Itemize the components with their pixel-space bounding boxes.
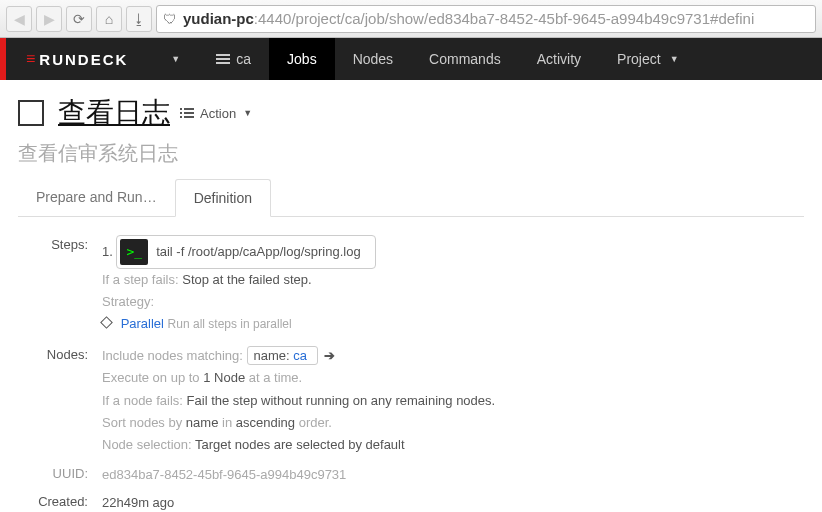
job-tabs: Prepare and Run… Definition bbox=[18, 179, 804, 217]
step-command: tail -f /root/app/caApp/log/spring.log bbox=[156, 241, 361, 263]
node-filter-chip[interactable]: name: ca bbox=[247, 346, 318, 365]
brand[interactable]: ≡ RUNDECK bbox=[0, 38, 150, 80]
tab-prepare-run[interactable]: Prepare and Run… bbox=[18, 179, 175, 216]
address-bar[interactable]: 🛡 yudian-pc:4440/project/ca/job/show/ed8… bbox=[156, 5, 816, 33]
forward-button[interactable]: ▶ bbox=[36, 6, 62, 32]
back-button[interactable]: ◀ bbox=[6, 6, 32, 32]
node-selection-label: Node selection: bbox=[102, 437, 192, 452]
created-value: 22h49m ago bbox=[102, 492, 800, 512]
list-icon bbox=[216, 52, 230, 66]
exec-count: 1 Node bbox=[203, 370, 245, 385]
sort-field: name bbox=[186, 415, 219, 430]
tab-definition[interactable]: Definition bbox=[175, 179, 271, 217]
nav-activity[interactable]: Activity bbox=[519, 38, 599, 80]
brand-dropdown[interactable]: ▼ bbox=[150, 38, 198, 80]
sort-suffix: order. bbox=[299, 415, 332, 430]
brand-logo-icon: ≡ bbox=[26, 50, 33, 68]
brand-text: RUNDECK bbox=[39, 51, 128, 68]
action-dropdown[interactable]: Action ▼ bbox=[184, 106, 252, 121]
created-label: Created: bbox=[22, 492, 102, 512]
nav-project-menu[interactable]: Project▼ bbox=[599, 38, 697, 80]
exec-prefix: Execute on up to bbox=[102, 370, 200, 385]
sort-prefix: Sort nodes by bbox=[102, 415, 182, 430]
home-button[interactable]: ⌂ bbox=[96, 6, 122, 32]
uuid-value: ed834ba7-8452-45bf-9645-a994b49c9731 bbox=[102, 464, 800, 486]
action-label: Action bbox=[200, 106, 236, 121]
strategy-link[interactable]: Parallel bbox=[121, 316, 164, 331]
terminal-icon: >_ bbox=[120, 239, 148, 265]
project-name: ca bbox=[236, 51, 251, 67]
node-selection-value: Target nodes are selected by default bbox=[195, 437, 405, 452]
nav-jobs[interactable]: Jobs bbox=[269, 38, 335, 80]
project-switcher[interactable]: ca bbox=[198, 38, 269, 80]
nodes-label: Nodes: bbox=[22, 345, 102, 455]
steps-label: Steps: bbox=[22, 235, 102, 335]
browser-toolbar: ◀ ▶ ⟳ ⌂ ⭳ 🛡 yudian-pc:4440/project/ca/jo… bbox=[0, 0, 822, 38]
arrow-right-icon[interactable]: ➔ bbox=[324, 348, 335, 363]
include-label: Include nodes matching: bbox=[102, 348, 243, 363]
caret-down-icon: ▼ bbox=[171, 54, 180, 64]
job-description: 查看信审系统日志 bbox=[18, 140, 804, 167]
step-fail-value: Stop at the failed step. bbox=[182, 272, 311, 287]
top-nav: ≡ RUNDECK ▼ ca Jobs Nodes Commands Activ… bbox=[0, 38, 822, 80]
diamond-icon bbox=[100, 316, 113, 329]
strategy-label: Strategy: bbox=[102, 291, 800, 313]
step-command-box[interactable]: >_ tail -f /root/app/caApp/log/spring.lo… bbox=[116, 235, 375, 269]
shield-icon: 🛡 bbox=[163, 11, 177, 27]
step-index: 1. bbox=[102, 244, 113, 259]
sort-dir: ascending bbox=[236, 415, 295, 430]
menu-icon bbox=[184, 106, 196, 120]
reload-button[interactable]: ⟳ bbox=[66, 6, 92, 32]
nodefail-label: If a node fails: bbox=[102, 393, 183, 408]
downloads-button[interactable]: ⭳ bbox=[126, 6, 152, 32]
job-icon bbox=[18, 100, 44, 126]
sort-mid: in bbox=[222, 415, 232, 430]
job-title-link[interactable]: 查看日志 bbox=[58, 94, 170, 132]
nav-commands[interactable]: Commands bbox=[411, 38, 519, 80]
caret-down-icon: ▼ bbox=[243, 108, 252, 118]
nav-nodes[interactable]: Nodes bbox=[335, 38, 411, 80]
exec-suffix: at a time. bbox=[249, 370, 302, 385]
step-fail-label: If a step fails: bbox=[102, 272, 179, 287]
uuid-label: UUID: bbox=[22, 464, 102, 486]
strategy-desc: Run all steps in parallel bbox=[168, 317, 292, 331]
caret-down-icon: ▼ bbox=[670, 54, 679, 64]
url-text: yudian-pc:4440/project/ca/job/show/ed834… bbox=[183, 10, 754, 27]
nodefail-value: Fail the step without running on any rem… bbox=[187, 393, 496, 408]
